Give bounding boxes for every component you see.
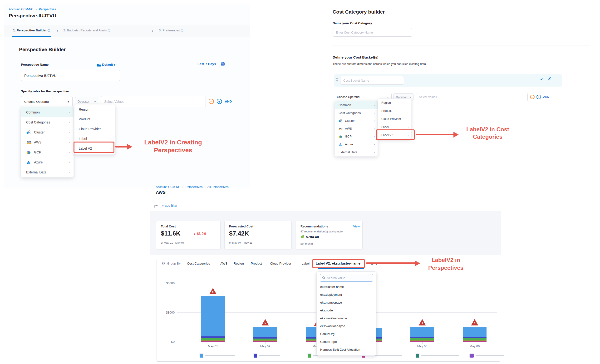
- group-by-cloud-provider[interactable]: Cloud Provider: [270, 262, 291, 265]
- cost-bucket-name-input[interactable]: [340, 76, 404, 85]
- menu-item-cost-categories[interactable]: Cost Categories›: [335, 109, 378, 117]
- menu-item-gcp[interactable]: GCP›: [335, 132, 378, 140]
- select-values-input[interactable]: [101, 96, 206, 107]
- forecasted-cost-label: Forecasted Cost: [229, 224, 253, 228]
- dropdown-item-eks-workload-type[interactable]: eks:workload-type: [320, 324, 345, 328]
- legend-swatch[interactable]: [253, 354, 258, 358]
- breadcrumb-account-link[interactable]: Account: CCM-NG: [156, 185, 181, 189]
- filter-icon[interactable]: [153, 204, 158, 209]
- dropdown-item-githubrepo[interactable]: GithubRepo: [320, 340, 337, 344]
- label-v2-highlight-box-cc: [376, 130, 415, 140]
- bar-may-02[interactable]: [253, 327, 277, 342]
- legend-swatch[interactable]: [415, 354, 420, 358]
- menu-item-cost-categories[interactable]: Cost Categories›: [21, 117, 74, 127]
- recommendations-label: Recommendations: [300, 224, 328, 228]
- dropdown-item-eks-namespace[interactable]: eks:namespace: [320, 301, 342, 304]
- tab-perspective-builder[interactable]: 1. Perspective Builder ⓘ: [13, 28, 50, 32]
- dropdown-item-eks-workload-name[interactable]: eks:workload-name: [320, 317, 347, 320]
- tab-preferences[interactable]: 3. Preferences ⓘ: [159, 28, 183, 32]
- folder-selector[interactable]: Default ▾: [102, 63, 115, 66]
- search-value-box[interactable]: Search Value: [320, 274, 373, 282]
- caret-down-icon: ▾: [67, 100, 69, 103]
- bar-may-05[interactable]: [410, 327, 434, 342]
- anomaly-badge[interactable]: 5: [209, 288, 216, 294]
- drag-handle-icon[interactable]: [336, 78, 338, 83]
- group-by-label-item[interactable]: Label: [302, 262, 309, 265]
- and-operator-button[interactable]: AND: [225, 100, 232, 103]
- menu-item-common[interactable]: Common›: [335, 101, 378, 109]
- group-by-product[interactable]: Product: [251, 262, 262, 265]
- menu-item-azure[interactable]: Azure›: [21, 157, 74, 167]
- perspective-name-input[interactable]: [21, 70, 120, 81]
- submenu-item-cloud-provider[interactable]: Cloud Provider: [378, 115, 411, 123]
- cluster-icon: [26, 130, 34, 135]
- menu-item-aws[interactable]: aws AWS›: [335, 125, 378, 132]
- info-icon: ⓘ: [47, 29, 50, 32]
- bar-may-06[interactable]: [463, 327, 487, 342]
- menu-item-gcp[interactable]: GCP›: [21, 147, 74, 157]
- dropdown-item-eks-cluster-name[interactable]: eks:cluster-name: [320, 285, 344, 289]
- anomaly-badge[interactable]: 4: [419, 319, 426, 326]
- group-by-label: Group By: [167, 262, 181, 265]
- bar-may-01[interactable]: [201, 296, 225, 342]
- cluster-icon: [338, 119, 345, 123]
- total-cost-value: $11.6K: [161, 230, 180, 237]
- tab-budgets-reports[interactable]: 2. Budgets, Reports and Alerts ⓘ: [63, 28, 110, 32]
- dropdown-item-eks-node[interactable]: eks:node: [320, 308, 333, 312]
- view-recommendations-link[interactable]: View: [353, 224, 360, 228]
- choose-operand-button[interactable]: Choose Operand ▾: [21, 96, 73, 107]
- add-condition-button[interactable]: +: [217, 99, 222, 104]
- select-values-input-cc[interactable]: [416, 93, 528, 101]
- anomaly-badge[interactable]: 5: [262, 319, 269, 326]
- calendar-icon[interactable]: [221, 62, 225, 67]
- add-condition-button-cc[interactable]: +: [536, 95, 541, 99]
- legend-swatch[interactable]: [470, 354, 474, 358]
- group-by-icon: [162, 262, 165, 266]
- submenu-item-cloud-provider[interactable]: Cloud Provider: [75, 124, 115, 134]
- menu-item-cluster[interactable]: Cluster›: [335, 117, 378, 125]
- annotation-arrow: [416, 134, 454, 135]
- forecasted-cost-value: $7.42K: [229, 230, 249, 237]
- menu-item-external-data[interactable]: External Data›: [21, 167, 74, 177]
- total-cost-label: Total Cost: [161, 224, 176, 228]
- legend-swatch[interactable]: [199, 354, 204, 358]
- date-range-picker[interactable]: Last 7 Days: [197, 62, 216, 66]
- and-operator-button-cc[interactable]: AND: [543, 95, 549, 99]
- dropdown-item-githuborg[interactable]: GithubOrg: [320, 332, 335, 336]
- anomaly-badge[interactable]: 4: [471, 319, 478, 326]
- chevron-right-icon: ›: [374, 103, 375, 107]
- menu-item-cluster[interactable]: Cluster›: [21, 127, 74, 137]
- menu-item-azure[interactable]: Azure›: [335, 140, 378, 148]
- annotation-arrowhead: [415, 261, 420, 266]
- info-icon: ⓘ: [108, 29, 110, 32]
- add-filter-button[interactable]: + add filter: [162, 204, 178, 207]
- submenu-item-region[interactable]: Region: [75, 104, 115, 114]
- chevron-right-icon: ›: [69, 110, 70, 114]
- perspective-name-label: Perspective Name: [21, 63, 48, 66]
- breadcrumb-perspectives-link[interactable]: Perspectives: [39, 8, 56, 11]
- group-by-region[interactable]: Region: [234, 262, 244, 265]
- cost-category-name-input[interactable]: [333, 28, 412, 37]
- submenu-item-region[interactable]: Region: [378, 99, 411, 107]
- submenu-item-product[interactable]: Product: [378, 107, 411, 115]
- breadcrumb-account-link[interactable]: Account: CCM-NG: [9, 8, 34, 11]
- chevron-right-icon: ›: [69, 150, 70, 154]
- remove-rule-button-cc[interactable]: –: [530, 95, 534, 99]
- submenu-item-product[interactable]: Product: [75, 114, 115, 124]
- remove-rule-button[interactable]: –: [209, 99, 214, 104]
- group-by-cost-categories[interactable]: Cost Categories: [187, 262, 210, 265]
- menu-item-common[interactable]: Common›: [21, 107, 74, 117]
- cost-category-name-label: Name your Cost Category: [333, 21, 372, 25]
- x-axis-label: May 06: [466, 345, 483, 348]
- cancel-bucket-button[interactable]: ✗: [548, 77, 551, 81]
- breadcrumb-perspectives-link[interactable]: Perspectives: [186, 185, 203, 189]
- breadcrumb-all-perspectives-link[interactable]: All Perspectives: [207, 185, 229, 189]
- group-by-aws[interactable]: AWS: [220, 262, 227, 265]
- dropdown-item-eks-deployment[interactable]: eks:deployment: [320, 293, 342, 296]
- confirm-bucket-button[interactable]: ✓: [540, 77, 543, 82]
- dropdown-item-harness-split-cost-allocation[interactable]: Harness-Split Cost Allocation: [320, 348, 360, 351]
- annotation-text: LabelV2 in Perspectives: [425, 256, 466, 272]
- menu-item-aws[interactable]: aws AWS›: [21, 137, 74, 147]
- legend-swatch[interactable]: [307, 354, 312, 358]
- menu-item-external-data[interactable]: External Data›: [335, 148, 378, 156]
